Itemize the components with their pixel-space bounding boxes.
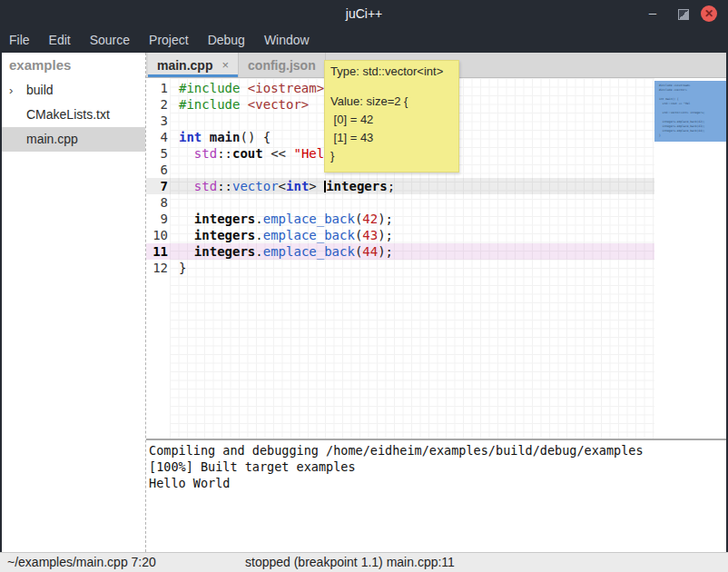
code-text: #include <iostream> (174, 80, 324, 96)
tree-item-cmakelists-txt[interactable]: CMakeLists.txt (2, 103, 145, 127)
code-text (174, 113, 179, 129)
line-number: 1 (146, 80, 174, 96)
menu-bar: FileEditSourceProjectDebugWindow (0, 27, 728, 53)
tab-config-json[interactable]: config.json (239, 53, 326, 77)
window-title: juCi++ (0, 0, 728, 27)
chevron-right-icon[interactable]: › (9, 78, 22, 103)
status-debug-state: stopped (breakpoint 1.1) main.cpp:11 (245, 553, 455, 572)
tab-label: main.cpp (157, 54, 212, 77)
line-number: 12 (146, 260, 174, 276)
status-file-position: ~/examples/main.cpp 7:20 (7, 553, 156, 572)
code-text: integers.emplace_back(42); (174, 211, 393, 227)
line-number: 5 (146, 145, 174, 162)
line-number: 8 (146, 194, 174, 211)
line-number: 3 (146, 113, 174, 129)
menu-item-window[interactable]: Window (264, 27, 320, 53)
menu-item-debug[interactable]: Debug (208, 27, 255, 53)
output-panel[interactable]: Compiling and debugging /home/eidheim/ex… (146, 439, 726, 552)
app-window: juCi++ – ✕ FileEditSourceProjectDebugWin… (0, 0, 728, 572)
code-line[interactable]: 12} (146, 260, 654, 276)
tree-item-build[interactable]: ›build (2, 78, 145, 103)
code-text: #include <vector> (174, 96, 309, 113)
project-name-header: examples (2, 53, 145, 78)
line-number: 7 (146, 178, 174, 194)
code-text: std::cout << "Hel (174, 145, 324, 162)
line-number: 10 (146, 227, 174, 243)
tree-item-main-cpp[interactable]: main.cpp (2, 127, 145, 152)
code-line[interactable]: 10 integers.emplace_back(43); (146, 227, 654, 243)
restore-icon[interactable] (678, 9, 689, 20)
line-number: 11 (146, 243, 174, 260)
output-text: Compiling and debugging /home/eidheim/ex… (149, 442, 726, 491)
code-text (174, 194, 179, 211)
minimap-code: #include <iostream> #include <vector> in… (659, 84, 726, 138)
tree-item-label: main.cpp (26, 132, 78, 146)
code-text (174, 162, 179, 178)
tab-label: config.json (248, 54, 316, 77)
code-text: std::vector<int> integers; (174, 178, 395, 194)
line-number: 9 (146, 211, 174, 227)
tooltip-value-text: Value: size=2 { [0] = 42 [1] = 43 } (330, 93, 453, 165)
minimap[interactable]: #include <iostream> #include <vector> in… (654, 78, 726, 439)
tab-main-cpp[interactable]: main.cpp× (148, 53, 239, 77)
status-bar: ~/examples/main.cpp 7:20 stopped (breakp… (0, 552, 728, 572)
code-text: int main() { (174, 129, 271, 145)
code-line[interactable]: 11 integers.emplace_back(44); (146, 243, 654, 260)
code-line[interactable]: 7 std::vector<int> integers; (146, 178, 654, 194)
menu-item-project[interactable]: Project (149, 27, 199, 53)
file-tree-sidebar: examples ›buildCMakeLists.txtmain.cpp (2, 53, 145, 552)
minimap-viewport[interactable]: #include <iostream> #include <vector> in… (654, 81, 726, 142)
menu-item-edit[interactable]: Edit (49, 27, 81, 53)
tree-item-label: CMakeLists.txt (26, 107, 110, 122)
menu-item-source[interactable]: Source (90, 27, 140, 53)
debug-value-tooltip: Type: std::vector<int> Value: size=2 { [… (324, 60, 459, 173)
close-button[interactable]: ✕ (701, 5, 717, 22)
menu-item-file[interactable]: File (9, 27, 40, 53)
line-number: 6 (146, 162, 174, 178)
title-bar: juCi++ – ✕ (0, 0, 728, 27)
minimize-button[interactable]: – (644, 5, 661, 22)
code-line[interactable]: 8 (146, 194, 654, 211)
code-line[interactable]: 9 integers.emplace_back(42); (146, 211, 654, 227)
line-number: 2 (146, 96, 174, 113)
code-text: integers.emplace_back(44); (174, 243, 393, 260)
tab-close-icon[interactable]: × (221, 54, 229, 77)
tree-item-label: build (26, 83, 54, 97)
code-text: } (174, 260, 186, 276)
line-number: 4 (146, 129, 174, 145)
tooltip-type-line: Type: std::vector<int> (330, 64, 453, 79)
code-text: integers.emplace_back(43); (174, 227, 393, 243)
